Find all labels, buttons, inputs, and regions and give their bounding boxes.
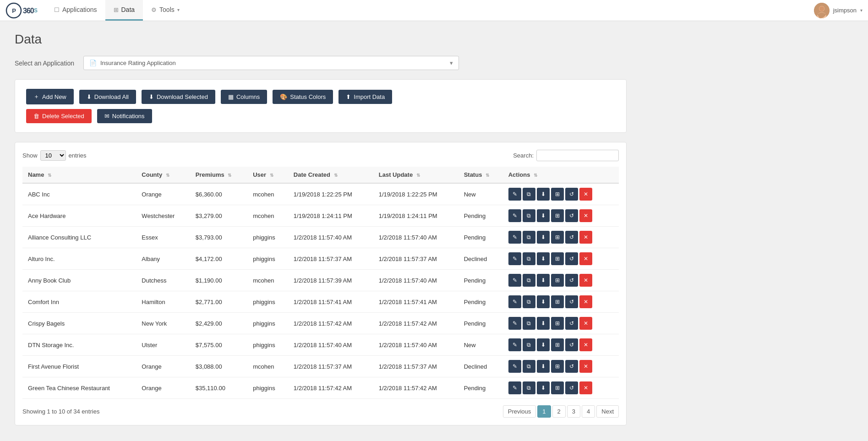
col-premiums[interactable]: Premiums ⇅ bbox=[190, 167, 247, 183]
copy-button[interactable]: ⧉ bbox=[523, 381, 535, 394]
copy-button[interactable]: ⧉ bbox=[523, 231, 535, 244]
reset-button[interactable]: ↺ bbox=[565, 360, 578, 373]
col-last-update[interactable]: Last Update ⇅ bbox=[373, 167, 459, 183]
calendar-button[interactable]: ⊞ bbox=[551, 231, 564, 244]
status-colors-button[interactable]: 🎨 Status Colors bbox=[273, 90, 333, 104]
col-date-created[interactable]: Date Created ⇅ bbox=[288, 167, 373, 183]
copy-button[interactable]: ⧉ bbox=[523, 209, 535, 222]
reset-button[interactable]: ↺ bbox=[565, 274, 578, 287]
cell-last-update: 1/2/2018 11:57:37 AM bbox=[373, 356, 459, 377]
calendar-button[interactable]: ⊞ bbox=[551, 252, 564, 265]
delete-row-button[interactable]: ✕ bbox=[579, 274, 592, 287]
select-app-dropdown[interactable]: 📄 Insurance Rating Application ▾ bbox=[83, 56, 459, 70]
action-btns: ✎ ⧉ ⬇ ⊞ ↺ ✕ bbox=[508, 274, 613, 287]
edit-button[interactable]: ✎ bbox=[508, 209, 521, 222]
copy-button[interactable]: ⧉ bbox=[523, 317, 535, 330]
col-status[interactable]: Status ⇅ bbox=[459, 167, 503, 183]
previous-button[interactable]: Previous bbox=[503, 405, 536, 418]
delete-selected-button[interactable]: 🗑 Delete Selected bbox=[26, 109, 92, 123]
toolbar-row-2: 🗑 Delete Selected ✉ Notifications bbox=[26, 109, 615, 123]
user-dropdown-icon[interactable]: ▾ bbox=[860, 8, 863, 13]
calendar-button[interactable]: ⊞ bbox=[551, 338, 564, 351]
page-4-button[interactable]: 4 bbox=[582, 405, 595, 418]
columns-button[interactable]: ▦ Columns bbox=[221, 90, 267, 104]
edit-button[interactable]: ✎ bbox=[508, 360, 521, 373]
download-row-button[interactable]: ⬇ bbox=[537, 274, 550, 287]
col-user[interactable]: User ⇅ bbox=[247, 167, 288, 183]
reset-button[interactable]: ↺ bbox=[565, 338, 578, 351]
nav-tab-tools[interactable]: ⚙ Tools ▾ bbox=[143, 0, 188, 21]
col-county[interactable]: County ⇅ bbox=[136, 167, 190, 183]
download-row-button[interactable]: ⬇ bbox=[537, 295, 550, 308]
delete-row-button[interactable]: ✕ bbox=[579, 209, 592, 222]
action-btns: ✎ ⧉ ⬇ ⊞ ↺ ✕ bbox=[508, 231, 613, 244]
delete-row-button[interactable]: ✕ bbox=[579, 252, 592, 265]
download-selected-button[interactable]: ⬇ Download Selected bbox=[142, 90, 215, 104]
cell-county: Hamilton bbox=[136, 291, 190, 313]
copy-button[interactable]: ⧉ bbox=[523, 188, 535, 201]
edit-button[interactable]: ✎ bbox=[508, 274, 521, 287]
download-row-button[interactable]: ⬇ bbox=[537, 231, 550, 244]
delete-row-button[interactable]: ✕ bbox=[579, 360, 592, 373]
search-input[interactable] bbox=[536, 150, 619, 161]
nav-tab-applications[interactable]: ☐ Applications bbox=[46, 0, 105, 21]
download-row-button[interactable]: ⬇ bbox=[537, 381, 550, 394]
entries-label: entries bbox=[69, 152, 87, 159]
edit-button[interactable]: ✎ bbox=[508, 252, 521, 265]
calendar-button[interactable]: ⊞ bbox=[551, 317, 564, 330]
calendar-button[interactable]: ⊞ bbox=[551, 188, 564, 201]
next-button[interactable]: Next bbox=[596, 405, 619, 418]
delete-row-button[interactable]: ✕ bbox=[579, 295, 592, 308]
edit-button[interactable]: ✎ bbox=[508, 381, 521, 394]
col-name[interactable]: Name ⇅ bbox=[22, 167, 136, 183]
edit-button[interactable]: ✎ bbox=[508, 188, 521, 201]
cell-actions: ✎ ⧉ ⬇ ⊞ ↺ ✕ bbox=[503, 356, 619, 377]
download-row-button[interactable]: ⬇ bbox=[537, 360, 550, 373]
edit-button[interactable]: ✎ bbox=[508, 338, 521, 351]
reset-button[interactable]: ↺ bbox=[565, 252, 578, 265]
entries-per-page-select[interactable]: 10 25 50 100 bbox=[40, 150, 66, 161]
cell-last-update: 1/2/2018 11:57:40 AM bbox=[373, 270, 459, 291]
download-row-button[interactable]: ⬇ bbox=[537, 317, 550, 330]
copy-button[interactable]: ⧉ bbox=[523, 295, 535, 308]
copy-button[interactable]: ⧉ bbox=[523, 274, 535, 287]
page-2-button[interactable]: 2 bbox=[552, 405, 566, 418]
import-data-button[interactable]: ⬆ Import Data bbox=[338, 90, 392, 104]
download-row-button[interactable]: ⬇ bbox=[537, 338, 550, 351]
copy-button[interactable]: ⧉ bbox=[523, 338, 535, 351]
action-btns: ✎ ⧉ ⬇ ⊞ ↺ ✕ bbox=[508, 295, 613, 308]
page-3-button[interactable]: 3 bbox=[567, 405, 580, 418]
copy-button[interactable]: ⧉ bbox=[523, 252, 535, 265]
cell-actions: ✎ ⧉ ⬇ ⊞ ↺ ✕ bbox=[503, 334, 619, 356]
calendar-button[interactable]: ⊞ bbox=[551, 274, 564, 287]
delete-row-button[interactable]: ✕ bbox=[579, 317, 592, 330]
delete-row-button[interactable]: ✕ bbox=[579, 338, 592, 351]
copy-button[interactable]: ⧉ bbox=[523, 360, 535, 373]
calendar-button[interactable]: ⊞ bbox=[551, 381, 564, 394]
delete-row-button[interactable]: ✕ bbox=[579, 188, 592, 201]
cell-premiums: $4,172.00 bbox=[190, 248, 247, 270]
reset-button[interactable]: ↺ bbox=[565, 188, 578, 201]
reset-button[interactable]: ↺ bbox=[565, 381, 578, 394]
delete-row-button[interactable]: ✕ bbox=[579, 231, 592, 244]
calendar-button[interactable]: ⊞ bbox=[551, 295, 564, 308]
nav-tab-data[interactable]: ⊞ Data bbox=[105, 0, 143, 21]
reset-button[interactable]: ↺ bbox=[565, 209, 578, 222]
table-row: Anny Book ClubDutchess$1,190.00mcohen1/2… bbox=[22, 270, 619, 291]
calendar-button[interactable]: ⊞ bbox=[551, 209, 564, 222]
download-row-button[interactable]: ⬇ bbox=[537, 209, 550, 222]
reset-button[interactable]: ↺ bbox=[565, 231, 578, 244]
download-row-button[interactable]: ⬇ bbox=[537, 252, 550, 265]
calendar-button[interactable]: ⊞ bbox=[551, 360, 564, 373]
edit-button[interactable]: ✎ bbox=[508, 295, 521, 308]
notifications-button[interactable]: ✉ Notifications bbox=[97, 109, 152, 123]
add-new-button[interactable]: ＋ Add New bbox=[26, 89, 74, 104]
reset-button[interactable]: ↺ bbox=[565, 295, 578, 308]
download-all-button[interactable]: ⬇ Download All bbox=[79, 90, 136, 104]
delete-row-button[interactable]: ✕ bbox=[579, 381, 592, 394]
edit-button[interactable]: ✎ bbox=[508, 317, 521, 330]
page-1-button[interactable]: 1 bbox=[537, 405, 551, 418]
download-row-button[interactable]: ⬇ bbox=[537, 188, 550, 201]
edit-button[interactable]: ✎ bbox=[508, 231, 521, 244]
reset-button[interactable]: ↺ bbox=[565, 317, 578, 330]
